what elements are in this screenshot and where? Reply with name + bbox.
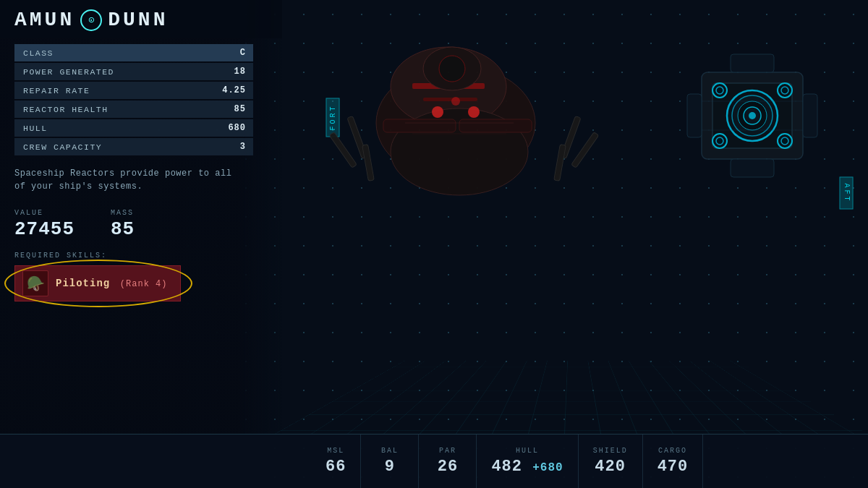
stats-table: CLASS C POWER GENERATED 18 REPAIR RATE 4… [14,44,253,155]
value-block: VALUE 27455 [14,209,75,240]
ship-secondary [680,43,825,188]
svg-rect-38 [731,159,774,177]
bottom-stat-label: CARGO [658,447,687,455]
title-part1: AMUN [14,9,75,31]
svg-rect-5 [329,132,357,168]
svg-point-34 [781,137,788,145]
stat-label: HULL [23,124,48,133]
svg-rect-35 [687,94,702,137]
svg-point-26 [749,112,756,119]
bottom-stat-label: BAL [381,447,399,455]
stat-value: 85 [234,104,246,114]
svg-rect-36 [803,94,817,137]
stat-value: 18 [234,67,246,77]
left-panel: AMUN ⊙ DUNN CLASS C POWER GENERATED 18 R… [0,0,282,488]
mass-label: MASS [111,209,135,217]
value-mass-section: VALUE 27455 MASS 85 [14,209,268,240]
bottom-stat-hull: HULL 482 +680 [477,435,578,488]
skill-rank: (Rank 4) [120,279,168,289]
stat-row: POWER GENERATED 18 [14,63,253,80]
bottom-stat-value: 9 [385,458,395,476]
svg-point-13 [432,106,443,118]
stat-label: REACTOR HEALTH [23,105,109,114]
scene-grid [275,361,868,434]
svg-rect-37 [731,54,774,72]
skills-header: REQUIRED SKILLS: [14,252,268,260]
bottom-stat-value: 26 [438,458,458,476]
ship-main [311,7,615,260]
stat-row: REACTOR HEALTH 85 [14,100,253,118]
bottom-stat-msl: MSL 66 [0,435,361,488]
bottom-stat-label: PAR [439,447,456,455]
bottom-stat-value: 482 +680 [491,458,563,476]
stat-value: 3 [240,142,246,152]
value-number: 27455 [14,218,75,240]
title-area: AMUN ⊙ DUNN [0,0,282,38]
svg-point-32 [716,137,723,145]
bottom-stat-label: SHIELD [593,447,628,455]
stat-value: 680 [228,123,246,133]
stat-label: POWER GENERATED [23,67,114,77]
stat-value: 4.25 [222,85,246,95]
title-icon: ⊙ [80,9,102,31]
bottom-stat-cargo: CARGO 470 [643,435,704,488]
scene-area: FORT AFT [275,0,868,434]
bottom-stat-value: 420 [595,458,626,476]
svg-point-28 [716,87,723,94]
svg-rect-9 [554,145,566,181]
bottom-stat-value: 470 [658,458,689,476]
stat-label: CREW CAPACITY [23,142,102,152]
svg-rect-11 [383,119,456,132]
svg-rect-8 [571,132,599,168]
svg-rect-3 [423,98,477,101]
svg-point-15 [451,97,460,106]
stat-row: HULL 680 [14,119,253,137]
bottom-stat-bal: BAL 9 [361,435,419,488]
skill-text: Piloting (Rank 4) [56,277,167,290]
stat-label: CLASS [23,48,54,58]
svg-rect-6 [362,145,375,181]
title-part2: DUNN [108,9,168,31]
description-text: Spaceship Reactors provide power to all … [14,167,246,193]
svg-rect-12 [459,119,532,132]
stat-label: REPAIR RATE [23,86,90,95]
required-skills-section: REQUIRED SKILLS: 🪖 Piloting (Rank 4) [14,252,268,301]
aft-label: AFT [840,176,854,209]
value-label: VALUE [14,209,75,217]
bottom-stat-par: PAR 26 [419,435,477,488]
piloting-icon: 🪖 [22,270,48,296]
svg-point-17 [439,56,465,82]
svg-point-30 [781,87,788,94]
skill-item: 🪖 Piloting (Rank 4) [14,265,181,301]
skill-name: Piloting [56,278,110,289]
bottom-stats-bar: MSL 66 BAL 9 PAR 26 HULL 482 +680 SHIELD… [0,434,868,488]
skill-item-wrapper: 🪖 Piloting (Rank 4) [14,265,181,301]
stat-row: CLASS C [14,44,253,61]
bottom-stat-shield: SHIELD 420 [579,435,643,488]
mass-block: MASS 85 [111,209,135,240]
bottom-stat-label: MSL [327,447,344,455]
svg-point-14 [468,106,480,118]
bottom-stat-value: 66 [326,458,346,476]
stat-row: REPAIR RATE 4.25 [14,82,253,99]
bottom-stat-label: HULL [516,447,539,455]
mass-number: 85 [111,218,135,240]
stat-row: CREW CAPACITY 3 [14,138,253,155]
stat-value: C [240,48,246,58]
